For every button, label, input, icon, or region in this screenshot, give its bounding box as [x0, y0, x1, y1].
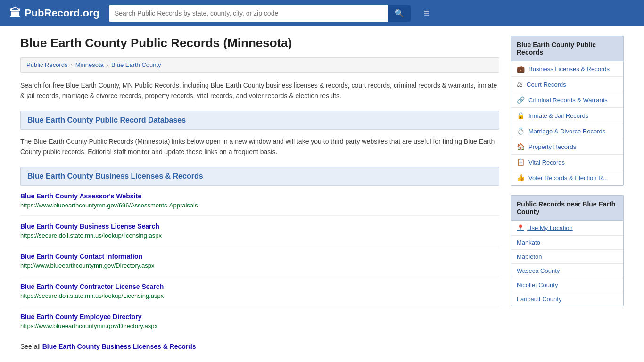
sidebar-record-icon: 🔗	[517, 96, 525, 104]
logo-icon: 🏛	[9, 7, 21, 20]
search-input[interactable]	[109, 5, 388, 22]
nearby-label: Faribault County	[517, 296, 561, 303]
see-all-link[interactable]: Blue Earth County Business Licenses & Re…	[42, 343, 196, 350]
record-entry: Blue Earth County Employee Directory htt…	[20, 313, 499, 336]
sidebar-record-label: Court Records	[527, 81, 566, 88]
record-entry: Blue Earth County Contact Information ht…	[20, 253, 499, 276]
sidebar-record-label: Inmate & Jail Records	[528, 112, 588, 119]
nearby-label: Nicollet County	[517, 281, 558, 288]
sidebar-record-item[interactable]: 📋Vital Records	[511, 155, 623, 170]
sidebar-record-label: Business Licenses & Records	[528, 66, 610, 73]
header: 🏛 PubRecord.org 🔍 ≡	[0, 0, 644, 26]
record-title[interactable]: Blue Earth County Employee Directory	[20, 313, 499, 321]
sidebar-record-item[interactable]: 🔒Inmate & Jail Records	[511, 108, 623, 123]
main-container: Blue Earth County Public Records (Minnes…	[11, 26, 633, 360]
sidebar-record-item[interactable]: 🏠Property Records	[511, 139, 623, 155]
record-url[interactable]: https://www.blueearthcountymn.gov/Direct…	[20, 322, 157, 329]
record-entry: Blue Earth County Contractor License Sea…	[20, 283, 499, 306]
nearby-label: Mapleton	[517, 253, 542, 260]
record-url[interactable]: https://secure.doli.state.mn.us/lookup/L…	[20, 292, 164, 299]
sidebar-record-label: Vital Records	[528, 159, 565, 166]
record-entry: Blue Earth County Business License Searc…	[20, 222, 499, 246]
record-url[interactable]: https://secure.doli.state.mn.us/lookup/l…	[20, 232, 162, 239]
sidebar-record-item[interactable]: ⚖Court Records	[511, 77, 623, 92]
sidebar-record-label: Marriage & Divorce Records	[528, 128, 605, 135]
record-title[interactable]: Blue Earth County Contact Information	[20, 253, 499, 260]
record-entry: Blue Earth County Assessor's Website htt…	[20, 192, 499, 216]
record-url[interactable]: https://www.blueearthcountymn.gov/696/As…	[20, 202, 198, 209]
search-button[interactable]: 🔍	[388, 5, 411, 22]
location-icon: 📍	[517, 224, 524, 231]
sidebar-public-records-header: Blue Earth County Public Records	[511, 36, 624, 61]
sidebar-record-label: Voter Records & Election R...	[528, 174, 608, 181]
sidebar-record-item[interactable]: 👍Voter Records & Election R...	[511, 170, 623, 185]
sidebar-record-item[interactable]: 💍Marriage & Divorce Records	[511, 123, 623, 139]
record-url[interactable]: http://www.blueearthcountymn.gov/Directo…	[20, 262, 154, 269]
sidebar-record-icon: 🏠	[517, 143, 525, 150]
hamburger-button[interactable]: ≡	[420, 6, 434, 20]
sidebar-nearby-item[interactable]: Waseca County	[511, 264, 623, 278]
section-header: Blue Earth County Public Record Database…	[20, 111, 499, 130]
content-area: Blue Earth County Public Records (Minnes…	[20, 36, 499, 350]
breadcrumb-sep-2: ›	[107, 61, 108, 68]
page-title: Blue Earth County Public Records (Minnes…	[20, 36, 499, 50]
use-my-location[interactable]: 📍Use My Location	[511, 221, 623, 236]
logo[interactable]: 🏛 PubRecord.org	[9, 7, 99, 20]
nearby-label: Mankato	[517, 239, 540, 246]
sidebar-record-icon: 👍	[517, 174, 525, 181]
sidebar-nearby-item[interactable]: Faribault County	[511, 292, 623, 306]
logo-text: PubRecord.org	[25, 7, 99, 19]
sidebar-nearby-item[interactable]: Nicollet County	[511, 278, 623, 292]
sidebar-record-item[interactable]: 🔗Criminal Records & Warrants	[511, 92, 623, 108]
page-description: Search for free Blue Earth County, MN Pu…	[20, 80, 499, 101]
sidebar-record-icon: 💼	[517, 65, 525, 73]
sidebar-record-item[interactable]: 💼Business Licenses & Records	[511, 61, 623, 77]
breadcrumb-public-records[interactable]: Public Records	[26, 61, 67, 68]
sidebar-nearby-section: Public Records near Blue Earth County 📍U…	[511, 195, 624, 306]
records-list: Blue Earth County Assessor's Website htt…	[20, 192, 499, 336]
sidebar-public-records-section: Blue Earth County Public Records 💼Busine…	[511, 36, 624, 186]
section-description: The Blue Earth County Public Records (Mi…	[20, 136, 499, 157]
sidebar-record-icon: 💍	[517, 127, 525, 135]
sidebar-record-icon: 🔒	[517, 112, 525, 119]
breadcrumb: Public Records › Minnesota › Blue Earth …	[20, 57, 499, 73]
breadcrumb-sep-1: ›	[70, 61, 72, 68]
sidebar-nearby-list: 📍Use My LocationMankatoMapletonWaseca Co…	[511, 220, 624, 306]
sidebar-record-label: Criminal Records & Warrants	[528, 97, 608, 104]
search-bar: 🔍	[109, 5, 411, 22]
breadcrumb-minnesota[interactable]: Minnesota	[75, 61, 104, 68]
sidebar: Blue Earth County Public Records 💼Busine…	[511, 36, 624, 350]
nearby-label: Waseca County	[517, 267, 560, 274]
breadcrumb-blue-earth-county[interactable]: Blue Earth County	[111, 61, 161, 68]
record-title[interactable]: Blue Earth County Assessor's Website	[20, 192, 499, 200]
subsection-header: Blue Earth County Business Licenses & Re…	[20, 167, 499, 186]
record-title[interactable]: Blue Earth County Contractor License Sea…	[20, 283, 499, 290]
sidebar-nearby-item[interactable]: Mankato	[511, 236, 623, 250]
record-title[interactable]: Blue Earth County Business License Searc…	[20, 222, 499, 230]
sidebar-records-list: 💼Business Licenses & Records⚖Court Recor…	[511, 61, 624, 186]
see-all: See all Blue Earth County Business Licen…	[20, 343, 499, 350]
sidebar-nearby-header: Public Records near Blue Earth County	[511, 195, 624, 220]
sidebar-nearby-item[interactable]: Mapleton	[511, 250, 623, 264]
sidebar-record-icon: ⚖	[517, 81, 523, 88]
sidebar-record-icon: 📋	[517, 158, 525, 166]
use-location-label: Use My Location	[527, 224, 573, 231]
sidebar-record-label: Property Records	[528, 143, 576, 150]
